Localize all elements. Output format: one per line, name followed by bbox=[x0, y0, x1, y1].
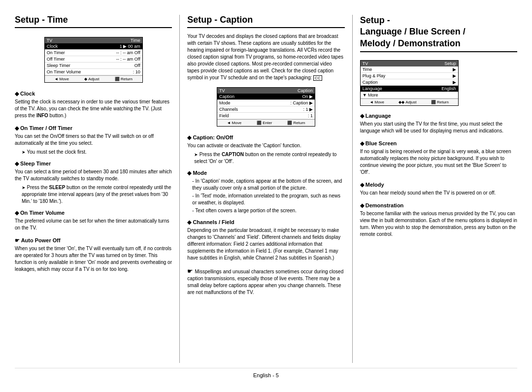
col2-hand-note: ☛ Misspellings and unusual characters so… bbox=[187, 267, 344, 296]
tv-ui-caption-row-caption: CaptionOn ▶ bbox=[217, 94, 315, 100]
col2-captiononoff-arrow: Press the CAPTION button on the remote c… bbox=[187, 151, 344, 165]
tv-ui-setup: TVSetup Time▶ Plug & Play▶ Caption▶ Lang… bbox=[360, 60, 459, 106]
tv-ui-caption-header: TVCaption bbox=[217, 88, 315, 94]
tv-ui-caption-row-channels: Channels: 1 ▶ bbox=[217, 106, 315, 113]
columns: Setup - Time TV Time Clock1 ▶ 00 am On T… bbox=[15, 15, 517, 363]
tv-ui-time-row-clock: Clock1 ▶ 00 am bbox=[45, 43, 142, 50]
divider-1 bbox=[179, 15, 180, 363]
divider-2 bbox=[352, 15, 353, 363]
col3-language-body: When you start using the TV for the firs… bbox=[360, 121, 517, 134]
col2-setup-caption: Setup - Caption Your TV decodes and disp… bbox=[187, 15, 344, 363]
col1-ontimervol-body: The preferred volume can be set for when… bbox=[15, 218, 172, 231]
col2-intro: Your TV decodes and displays the closed … bbox=[187, 33, 344, 81]
col1-ontimer-arrow: You must set the clock first. bbox=[15, 149, 172, 156]
tv-ui-setup-footer: ◄ Move ◆◆ Adjust ⬛ Return bbox=[361, 98, 458, 105]
col3-bluescreen-header: Blue Screen bbox=[360, 140, 517, 147]
col1-setup-time: Setup - Time TV Time Clock1 ▶ 00 am On T… bbox=[15, 15, 172, 363]
tv-ui-time-header-left: TV bbox=[47, 38, 53, 43]
tv-ui-setup-row-plugplay: Plug & Play▶ bbox=[361, 73, 458, 79]
tv-ui-caption-row-field: Field: 1 bbox=[217, 113, 315, 119]
col3-demo-header: Demonstration bbox=[360, 202, 517, 209]
tv-ui-time-row-offtimer: Off Timer-- : -- am Off bbox=[45, 56, 142, 63]
col1-sleeptimer-arrow: Press the SLEEP button on the remote con… bbox=[15, 184, 172, 205]
tv-ui-time-row-sleeptimer: Sleep TimerOff bbox=[45, 63, 142, 69]
tv-ui-setup-row-time: Time▶ bbox=[361, 66, 458, 73]
col3-setup-lang: Setup - Language / Blue Screen / Melody … bbox=[360, 15, 517, 363]
col3-title: Setup - Language / Blue Screen / Melody … bbox=[360, 15, 517, 52]
col1-title: Setup - Time bbox=[15, 15, 172, 28]
tv-ui-setup-row-caption: Caption▶ bbox=[361, 79, 458, 86]
col1-sleeptimer-body: You can select a time period of between … bbox=[15, 168, 172, 182]
col1-ontimervol-header: On Timer Volume bbox=[15, 210, 172, 216]
col2-title: Setup - Caption bbox=[187, 15, 344, 28]
col2-captiononoff-body: You can activate or deactivate the 'Capt… bbox=[187, 142, 344, 149]
tv-ui-caption: TVCaption CaptionOn ▶ Mode: Caption ▶ Ch… bbox=[217, 87, 315, 127]
col3-demo-body: To become familiar with the various menu… bbox=[360, 210, 517, 238]
col1-clock-header: Clock bbox=[15, 91, 172, 97]
col1-autopoweroff-header: ☛ Auto Power Off bbox=[15, 237, 172, 244]
col1-ontimer-body: You can set the On/Off timers so that th… bbox=[15, 133, 172, 147]
tv-ui-setup-row-more: ▼ More bbox=[361, 92, 458, 98]
col1-ontimer-header: On Timer / Off Timer bbox=[15, 125, 172, 131]
col3-melody-header: Melody bbox=[360, 182, 517, 188]
tv-ui-caption-row-mode: Mode: Caption ▶ bbox=[217, 100, 315, 106]
col3-bluescreen-body: If no signal is being received or the si… bbox=[360, 148, 517, 176]
tv-ui-time-header-right: Time bbox=[131, 38, 140, 43]
tv-ui-setup-row-language: LanguageEnglish bbox=[361, 86, 458, 92]
col1-sleeptimer-header: Sleep Timer bbox=[15, 161, 172, 167]
col2-mode-dash1: In 'Caption' mode, captions appear at th… bbox=[187, 178, 344, 192]
tv-ui-time: TV Time Clock1 ▶ 00 am On Timer-- : -- a… bbox=[44, 37, 143, 83]
footer: English - 5 bbox=[15, 368, 517, 382]
col2-captiononoff-header: Caption: On/Off bbox=[187, 134, 344, 141]
tv-ui-caption-footer: ◄ Move ⬛ Enter ⬛ Return bbox=[217, 119, 315, 126]
col2-mode-header: Mode bbox=[187, 170, 344, 176]
col2-mode-dash3: Text often covers a large portion of the… bbox=[187, 207, 344, 214]
col2-hand-note-text: Misspellings and unusual characters some… bbox=[187, 269, 343, 295]
col3-language-header: Language bbox=[360, 113, 517, 119]
footer-text: English - 5 bbox=[253, 372, 279, 378]
col1-autopoweroff-body: When you set the timer 'On', the TV will… bbox=[15, 245, 172, 273]
tv-ui-time-footer: ◄ Move ◆ Adjust ⬛ Return bbox=[45, 75, 142, 82]
page: Setup - Time TV Time Clock1 ▶ 00 am On T… bbox=[0, 0, 532, 392]
tv-ui-time-header: TV Time bbox=[45, 37, 142, 43]
col2-channels-header: Channels / Field bbox=[187, 219, 344, 226]
col2-channels-body: Depending on the particular broadcast, i… bbox=[187, 227, 344, 261]
tv-ui-time-row-ontimer: On Timer-- : -- am Off bbox=[45, 50, 142, 56]
col3-melody-body: You can hear melody sound when the TV is… bbox=[360, 190, 517, 196]
tv-ui-setup-header: TVSetup bbox=[361, 61, 458, 66]
col1-clock-body: Setting the clock is necessary in order … bbox=[15, 98, 172, 119]
col2-mode-dash2: In 'Text' mode, information unrelated to… bbox=[187, 193, 344, 206]
tv-ui-time-row-volume: On Timer Volume: 10 bbox=[45, 69, 142, 75]
